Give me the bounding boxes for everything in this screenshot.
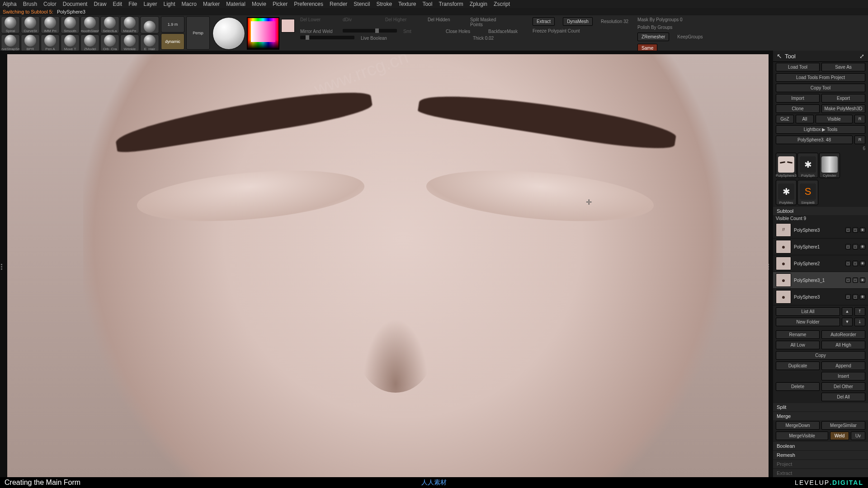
uv-toggle[interactable]: Uv	[851, 432, 865, 440]
mirror-weld-button[interactable]: Mirror And Weld	[300, 29, 336, 34]
menu-zplugin[interactable]: Zplugin	[470, 1, 487, 7]
menu-marker[interactable]: Marker	[203, 1, 220, 7]
eye-icon[interactable]: 👁	[860, 244, 865, 249]
brush-IMM Pri[interactable]: IMM Pri	[41, 16, 60, 33]
collapse-arrow-icon[interactable]: ↖	[777, 52, 782, 60]
smt-button[interactable]: Smt	[403, 29, 439, 34]
persp-button[interactable]: Persp	[186, 16, 210, 50]
menu-texture[interactable]: Texture	[398, 1, 416, 7]
dynamesh-button[interactable]: DynaMesh	[563, 17, 593, 26]
move-top-icon[interactable]: ⤒	[854, 307, 865, 316]
paint-icon[interactable]: ▢	[845, 244, 851, 249]
tool-slot-simpleb[interactable]: SSimpleB	[797, 180, 818, 205]
paint-icon[interactable]: ▢	[845, 294, 851, 300]
brush-E_Hair[interactable]: E_Hair	[140, 34, 159, 52]
export-button[interactable]: Export	[821, 94, 865, 103]
brush-ZModel[interactable]: ZModel	[80, 34, 99, 52]
color-picker[interactable]	[247, 17, 279, 50]
brush-Smooth[interactable]: Smooth	[61, 16, 80, 33]
live-boolean-button[interactable]: Live Boolean	[361, 36, 397, 41]
copy-button[interactable]: Copy	[776, 351, 865, 360]
polish-by-groups-button[interactable]: Polish By Groups	[637, 25, 672, 30]
menu-brush[interactable]: Brush	[23, 1, 37, 7]
zremesher-button[interactable]: ZRemesher	[637, 33, 669, 41]
goz-all-button[interactable]: All	[796, 115, 814, 123]
tool-slot-cylinder[interactable]: Cylinder	[819, 153, 840, 178]
paint-icon[interactable]: ▢	[845, 227, 851, 233]
material-sphere[interactable]	[212, 17, 245, 50]
del-all-button[interactable]: Del All	[821, 393, 865, 401]
brush-Spiral[interactable]: Spiral	[1, 16, 20, 33]
menu-render[interactable]: Render	[330, 1, 347, 7]
goz-button[interactable]: GoZ	[776, 115, 794, 123]
sdiv-slider[interactable]	[343, 29, 397, 33]
new-folder-button[interactable]: New Folder	[776, 318, 840, 326]
goz-r-button[interactable]: R	[854, 115, 865, 123]
move-down-icon[interactable]: ▼	[842, 318, 853, 326]
menu-alpha[interactable]: Alpha	[3, 1, 17, 7]
active-tool-r-button[interactable]: R	[854, 136, 865, 144]
merge-section-header[interactable]: Merge	[773, 412, 868, 420]
brush-CurveSt[interactable]: CurveSt	[21, 16, 40, 33]
insert-button[interactable]: Insert	[821, 372, 865, 380]
all-low-button[interactable]: All Low	[776, 341, 820, 349]
autoreorder-button[interactable]: AutoReorder	[821, 330, 865, 339]
del-other-button[interactable]: Del Other	[821, 382, 865, 391]
subtool-polysphere3_1[interactable]: ●PolySphere3_1▢▢👁	[773, 272, 868, 289]
goz-visible-button[interactable]: Visible	[816, 115, 853, 123]
del-lower-button[interactable]: Del Lower	[300, 17, 336, 27]
tool-panel-header[interactable]: ↖Tool ⤢	[773, 51, 868, 62]
active-tool-label[interactable]: PolySphere3. 48	[776, 136, 853, 144]
delete-button[interactable]: Delete	[776, 382, 820, 391]
grid-icon[interactable]: ▢	[853, 261, 858, 266]
del-higher-button[interactable]: Del Higher	[385, 17, 421, 27]
all-high-button[interactable]: All High	[821, 341, 865, 349]
brush-MaskPe[interactable]: MaskPe	[120, 16, 139, 33]
subtool-polysphere1[interactable]: ●PolySphere1▢▢👁	[773, 239, 868, 255]
grid-icon[interactable]: ▢	[853, 294, 858, 300]
menu-preferences[interactable]: Preferences	[294, 1, 323, 7]
menu-stencil[interactable]: Stencil	[354, 1, 370, 7]
menu-transform[interactable]: Transform	[439, 1, 463, 7]
brush-Orb_Cra[interactable]: Orb_Cra	[100, 34, 119, 52]
grid-icon[interactable]: ▢	[853, 244, 858, 249]
menu-draw[interactable]: Draw	[94, 1, 106, 7]
move-up-icon[interactable]: ▲	[842, 307, 853, 316]
menu-picker[interactable]: Picker	[273, 1, 288, 7]
boolean-slider[interactable]	[300, 36, 354, 39]
make-polymesh3d-button[interactable]: Make PolyMesh3D	[821, 104, 865, 113]
backface-mask-button[interactable]: BackfaceMask	[488, 29, 524, 34]
brush-slot7[interactable]	[140, 16, 159, 33]
menu-movie[interactable]: Movie	[252, 1, 266, 7]
left-gutter-handle[interactable]	[1, 264, 5, 271]
menu-material[interactable]: Material	[226, 1, 245, 7]
grid-icon[interactable]: ▢	[853, 227, 858, 233]
remesh-section-header[interactable]: Remesh	[773, 451, 868, 459]
merge-visible-button[interactable]: MergeVisible	[776, 432, 828, 440]
split-masked-button[interactable]: Split Masked Points	[470, 17, 506, 27]
merge-down-button[interactable]: MergeDown	[776, 421, 820, 430]
append-button[interactable]: Append	[821, 361, 865, 370]
brush-CurveStrapSnap[interactable]: CurveStrapSnap	[1, 34, 20, 52]
menu-layer[interactable]: Layer	[144, 1, 157, 7]
color-swatch[interactable]	[281, 19, 295, 33]
brush-SmoothSlash2[interactable]: SmoothSlash2	[80, 16, 99, 33]
gizmo-scale-button[interactable]: 1.9 m	[161, 16, 184, 33]
menu-macro[interactable]: Macro	[182, 1, 197, 7]
brush-Pen A[interactable]: Pen A	[41, 34, 60, 52]
tool-slot-polysph[interactable]: ✱PolySph	[797, 153, 818, 178]
eye-icon[interactable]: 👁	[860, 294, 865, 300]
subtool-polysphere3[interactable]: ●PolySphere3▢▢👁	[773, 289, 868, 305]
subtool-polysphere3[interactable]: 〃PolySphere3▢▢👁	[773, 222, 868, 239]
menu-file[interactable]: File	[128, 1, 137, 7]
dynamic-persp-button[interactable]: dynamic	[161, 33, 184, 50]
tool-slot-polysphere3[interactable]: PolySphere3	[776, 153, 797, 178]
list-all-button[interactable]: List All	[776, 307, 840, 316]
brush-Move T[interactable]: Move T	[61, 34, 80, 52]
subtool-section-header[interactable]: Subtool	[773, 207, 868, 215]
rename-button[interactable]: Rename	[776, 330, 820, 339]
import-button[interactable]: Import	[776, 94, 820, 103]
duplicate-button[interactable]: Duplicate	[776, 361, 820, 370]
brush-Wrinkle[interactable]: Wrinkle	[120, 34, 139, 52]
paint-icon[interactable]: ▢	[845, 261, 851, 266]
